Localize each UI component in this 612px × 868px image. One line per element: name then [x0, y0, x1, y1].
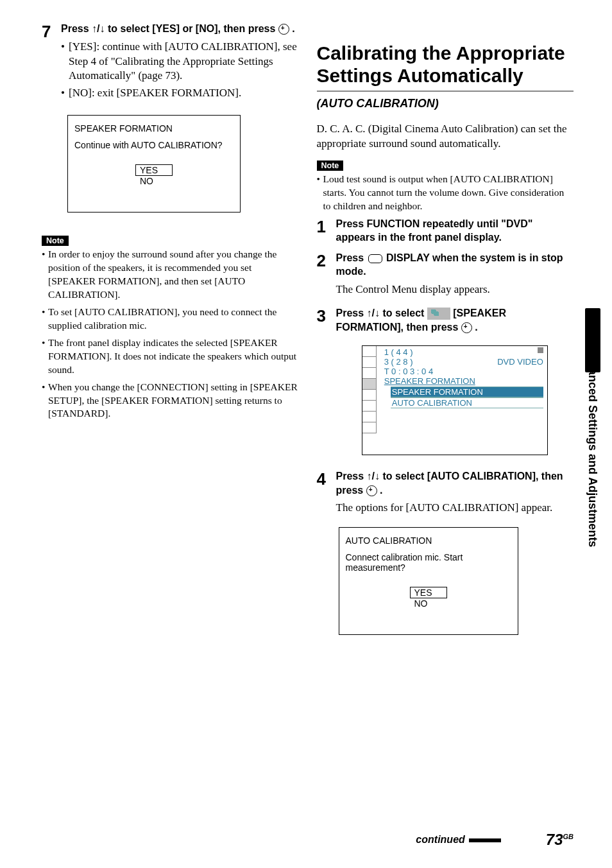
page-number-value: 73: [546, 831, 563, 848]
step-number-2: 2: [317, 251, 336, 271]
osd-choices: YES NO: [135, 164, 173, 186]
page-number: 73GB: [546, 831, 574, 849]
text: Press: [61, 23, 92, 34]
osd-question: Connect calibration mic. Start measureme…: [346, 552, 511, 573]
step-2-instruction: Press DISPLAY when the system is in stop…: [336, 251, 574, 279]
step-7-bullets: [YES]: continue with [AUTO CALIBRATION],…: [61, 40, 299, 101]
osd-title: AUTO CALIBRATION: [346, 535, 511, 546]
text: to select [YES] or [NO], then press: [105, 23, 278, 34]
step-7-instruction: Press ↑/↓ to select [YES] or [NO], then …: [61, 22, 299, 36]
step-2: 2 Press DISPLAY when the system is in st…: [317, 251, 574, 304]
osd-choice-yes: YES: [135, 164, 173, 176]
text: Press: [336, 471, 367, 482]
menu-option: AUTO CALIBRATION: [391, 397, 543, 408]
left-notes: In order to enjoy the surround sound aft…: [42, 248, 299, 421]
note-item: To set [AUTO CALIBRATION], you need to c…: [42, 306, 299, 333]
display-button-icon: [368, 254, 382, 263]
enter-button-icon: [461, 322, 472, 333]
text: Press: [336, 308, 367, 318]
section-subheading: (AUTO CALIBRATION): [317, 97, 574, 110]
note-item: When you change the [CONNECTION] setting…: [42, 381, 299, 421]
step-1: 1 Press FUNCTION repeatedly until "DVD" …: [317, 217, 574, 245]
text: to select: [380, 308, 427, 318]
note-badge: Note: [42, 236, 69, 246]
osd-auto-calibration: AUTO CALIBRATION Connect calibration mic…: [339, 527, 518, 635]
osd-choice-no: NO: [410, 598, 447, 609]
step-number-7: 7: [42, 22, 61, 42]
step-number-1: 1: [317, 217, 336, 237]
note-item: Loud test sound is output when [AUTO CAL…: [317, 173, 574, 213]
menu-line: 3 ( 2 8 ): [384, 357, 413, 367]
step-3: 3 Press ↑/↓ to select [SPEAKER FORMATION…: [317, 306, 574, 467]
intro-paragraph: D. C. A. C. (Digital Cinema Auto Calibra…: [317, 122, 574, 152]
osd-choice-yes: YES: [410, 587, 447, 598]
right-note: Loud test sound is output when [AUTO CAL…: [317, 173, 574, 213]
note-badge: Note: [317, 161, 344, 171]
step-7: 7 Press ↑/↓ to select [YES] or [NO], the…: [42, 22, 299, 103]
section-heading: Calibrating the Appropriate Settings Aut…: [317, 42, 574, 92]
osd-question: Continue with AUTO CALIBRATION?: [74, 140, 234, 150]
text: Press: [336, 252, 367, 263]
page-content: 7 Press ↑/↓ to select [YES] or [NO], the…: [0, 0, 612, 647]
note-item: In order to enjoy the surround sound aft…: [42, 248, 299, 302]
menu-current: SPEAKER FORMATION: [384, 376, 543, 386]
menu-disc-type: DVD VIDEO: [497, 357, 543, 367]
osd-title: SPEAKER FORMATION: [74, 123, 234, 134]
bullet-no: [NO]: exit [SPEAKER FORMATION].: [61, 86, 299, 101]
right-column: Calibrating the Appropriate Settings Aut…: [317, 19, 574, 647]
up-down-arrow-icon: ↑/↓: [367, 308, 380, 318]
step-number-3: 3: [317, 306, 336, 326]
text: .: [289, 23, 295, 34]
continued-indicator: continued: [416, 833, 500, 846]
osd-choice-no: NO: [135, 176, 173, 186]
step-4-instruction: Press ↑/↓ to select [AUTO CALIBRATION], …: [336, 469, 574, 497]
continued-bar-icon: [469, 838, 501, 842]
speaker-formation-icon: [427, 308, 450, 320]
page-footer: continued 73GB: [416, 831, 574, 849]
section-side-tab: Advanced Settings and Adjustments: [585, 308, 600, 809]
menu-line: 1 ( 4 4 ): [384, 347, 413, 357]
menu-line: T 0 : 0 3 : 0 4: [384, 367, 543, 376]
control-menu-display: 1 ( 4 4 ) 3 ( 2 8 )DVD VIDEO T 0 : 0 3 :…: [362, 345, 548, 455]
bullet-yes: [YES]: continue with [AUTO CALIBRATION],…: [61, 40, 299, 84]
enter-button-icon: [366, 485, 377, 496]
menu-main: 1 ( 4 4 ) 3 ( 2 8 )DVD VIDEO T 0 : 0 3 :…: [377, 346, 547, 410]
note-item: The front panel display indicates the se…: [42, 336, 299, 377]
step-4-result: The options for [AUTO CALIBRATION] appea…: [336, 501, 574, 516]
page-number-suffix: GB: [563, 833, 574, 840]
up-down-arrow-icon: ↑/↓: [367, 471, 380, 482]
stop-icon: [538, 347, 543, 353]
enter-button-icon: [278, 24, 289, 35]
osd-speaker-formation: SPEAKER FORMATION Continue with AUTO CAL…: [67, 115, 241, 213]
step-4: 4 Press ↑/↓ to select [AUTO CALIBRATION]…: [317, 469, 574, 647]
step-1-instruction: Press FUNCTION repeatedly until "DVD" ap…: [336, 217, 574, 245]
text: .: [472, 322, 478, 333]
menu-option-selected: SPEAKER FORMATION: [391, 386, 543, 397]
step-2-result: The Control Menu display appears.: [336, 282, 574, 297]
side-tab-label: Advanced Settings and Adjustments: [586, 347, 599, 547]
step-3-instruction: Press ↑/↓ to select [SPEAKER FORMATION],…: [336, 306, 574, 334]
step-number-4: 4: [317, 469, 336, 489]
text: .: [377, 485, 383, 496]
osd-choices: YES NO: [410, 587, 447, 609]
left-column: 7 Press ↑/↓ to select [YES] or [NO], the…: [42, 19, 299, 647]
continued-label: continued: [416, 834, 464, 845]
up-down-arrow-icon: ↑/↓: [92, 23, 105, 34]
menu-icon-column: [362, 346, 377, 455]
